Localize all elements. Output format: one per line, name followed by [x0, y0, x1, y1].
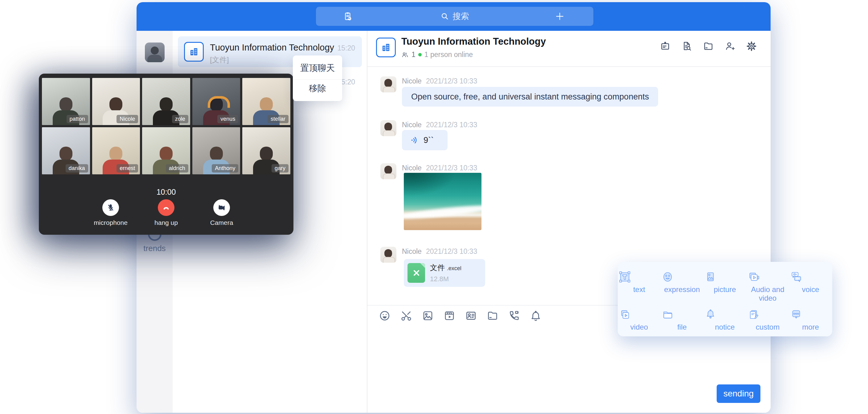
search-bar[interactable]: 搜索	[316, 7, 593, 26]
microphone-muted-button[interactable]	[102, 199, 119, 216]
participant-tile[interactable]: Anthony	[192, 127, 241, 174]
panel-item-label: custom	[746, 323, 789, 331]
message-time: 2021/12/3 10:33	[426, 164, 477, 172]
context-menu: 置顶聊天 移除	[293, 56, 342, 101]
online-dot	[418, 53, 422, 56]
chat-subtitle: 1 1 person online	[401, 51, 473, 59]
avatar[interactable]	[380, 163, 396, 179]
participant-tile[interactable]: ernest	[92, 127, 140, 174]
participant-tile[interactable]: stellar	[242, 78, 290, 125]
custom-icon	[746, 308, 789, 322]
folder-icon[interactable]	[487, 310, 499, 322]
search-field[interactable]: 搜索	[440, 11, 469, 22]
contact-card-icon[interactable]	[465, 310, 477, 322]
panel-item-label: file	[660, 323, 704, 331]
excel-file-icon	[407, 263, 425, 283]
screenshot-scissors-icon[interactable]	[400, 310, 412, 322]
participant-name: aldrich	[166, 164, 188, 172]
participant-name: zole	[172, 115, 188, 123]
menu-item-remove[interactable]: 移除	[293, 79, 342, 97]
participant-tile[interactable]: danika	[42, 127, 90, 174]
message-text[interactable]: Open source, free, and universal instant…	[402, 87, 658, 106]
notice-icon	[704, 308, 746, 322]
participant-grid: patton Nicole zole venus stellar danika …	[42, 78, 290, 174]
panel-item-picture[interactable]: picture	[704, 270, 746, 302]
file-size: 12.8M	[430, 275, 461, 283]
participant-name: patton	[67, 115, 88, 123]
message-image-beach[interactable]	[404, 173, 482, 230]
more-icon	[789, 308, 832, 322]
conversation-last-message: [文件]	[210, 55, 229, 65]
audio-video-icon	[746, 270, 789, 284]
send-button[interactable]: sending	[717, 384, 761, 403]
message-voice[interactable]: 9``	[402, 130, 447, 150]
add-member-icon[interactable]	[724, 41, 736, 52]
online-status: 1 person online	[425, 51, 473, 59]
microphone-label: microphone	[93, 219, 128, 226]
chat-history-icon[interactable]	[681, 41, 692, 52]
search-icon	[440, 12, 450, 21]
menu-item-pin-chat[interactable]: 置顶聊天	[293, 59, 342, 77]
my-avatar[interactable]	[145, 42, 164, 62]
panel-item-label: expression	[660, 285, 704, 294]
message-file[interactable]: 文件 .excel 12.8M	[404, 259, 485, 287]
call-controls: microphone hang up Camera	[39, 199, 293, 226]
file-ext: .excel	[447, 265, 461, 272]
files-icon[interactable]	[703, 41, 714, 52]
plus-icon[interactable]	[555, 11, 565, 22]
avatar[interactable]	[380, 76, 396, 92]
participant-tile[interactable]: gary	[242, 127, 290, 174]
participant-tile[interactable]: patton	[42, 78, 90, 125]
participant-tile[interactable]: aldrich	[142, 127, 190, 174]
settings-icon[interactable]	[746, 41, 757, 52]
emoji-icon[interactable]	[378, 310, 391, 322]
panel-item-label: text	[618, 285, 660, 294]
picture-icon[interactable]	[422, 310, 434, 322]
chat-title: Tuoyun Information Technology	[401, 36, 546, 47]
group-avatar-icon	[376, 38, 396, 57]
panel-item-text[interactable]: text	[618, 270, 660, 302]
participant-name: ernest	[117, 164, 138, 172]
video-clip-icon[interactable]	[443, 310, 456, 322]
video-call-overlay: patton Nicole zole venus stellar danika …	[39, 74, 293, 235]
panel-item-notice[interactable]: notice	[704, 308, 746, 331]
camera-control: Camera	[204, 199, 240, 226]
group-notice-icon[interactable]	[660, 41, 671, 52]
search-placeholder: 搜索	[453, 11, 469, 22]
message-type-panel: text expression picture	[618, 262, 832, 337]
panel-item-file[interactable]: file	[660, 308, 704, 331]
panel-item-audio-video[interactable]: Audio and video	[746, 270, 789, 302]
panel-item-video[interactable]: video	[618, 308, 660, 331]
group-avatar-icon	[184, 42, 204, 62]
panel-item-more[interactable]: more	[789, 308, 832, 331]
members-icon	[401, 51, 409, 59]
participant-tile[interactable]: venus	[192, 78, 241, 125]
panel-item-label: Audio and video	[746, 285, 789, 302]
camera-muted-button[interactable]	[213, 199, 230, 216]
hangup-label: hang up	[148, 219, 184, 226]
panel-item-voice[interactable]: voice	[789, 270, 832, 302]
sender-name: Nicole	[402, 247, 422, 255]
trends-label: trends	[136, 244, 173, 253]
member-count: 1	[411, 51, 415, 59]
participant-name: stellar	[268, 115, 288, 123]
panel-item-label: picture	[704, 285, 746, 294]
panel-item-custom[interactable]: custom	[746, 308, 789, 331]
panel-item-label: more	[789, 323, 832, 331]
notification-bell-icon[interactable]	[530, 310, 542, 322]
hang-up-button[interactable]	[158, 199, 175, 216]
message-meta: Nicole2021/12/3 10:33	[402, 77, 477, 85]
message-time: 2021/12/3 10:33	[426, 77, 477, 85]
participant-tile[interactable]: Nicole	[92, 78, 140, 125]
avatar[interactable]	[380, 120, 396, 136]
panel-item-expression[interactable]: expression	[660, 270, 704, 302]
panel-item-label: notice	[704, 323, 746, 331]
video-call-icon[interactable]	[508, 310, 520, 322]
call-records-icon[interactable]	[342, 11, 353, 22]
participant-name: Anthony	[212, 164, 238, 172]
input-toolbar	[378, 310, 542, 322]
participant-tile[interactable]: zole	[142, 78, 190, 125]
conversation-time: 15:20	[337, 44, 355, 52]
participant-name: venus	[217, 115, 238, 123]
avatar[interactable]	[380, 247, 396, 263]
